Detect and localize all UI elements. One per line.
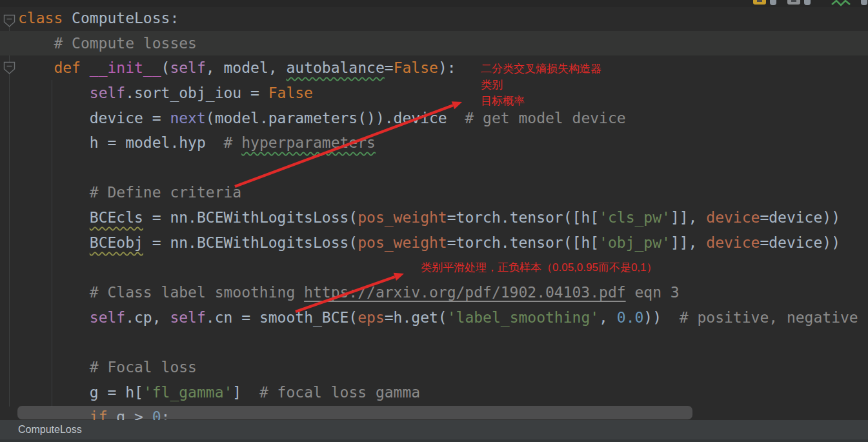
code-token: next [170,110,205,126]
code-line[interactable]: g = h['fl_gamma'] # focal loss gamma [0,380,868,405]
code-token: pos_weight [358,209,447,226]
code-token: eqn 3 [626,284,680,301]
annotation-line: 目标概率 [481,93,601,109]
code-token: ] [232,384,241,401]
code-token: =torch.tensor([h[ [447,234,599,251]
code-token [18,209,90,226]
code-token: # get model device [447,110,626,126]
code-token [18,59,54,76]
code-token: ]], [671,209,706,226]
typo-zigzag-icon[interactable] [831,0,852,6]
annotation-note-bce: 二分类交叉熵损失构造器类别目标概率 [481,61,601,109]
code-token: .cn = smooth_BCE( [206,309,358,326]
code-token: 0.0 [617,309,644,326]
code-token: # Compute losses [18,35,197,52]
code-token: def [54,59,89,76]
code-token [18,234,90,251]
code-token: h = model.hyp [18,134,206,151]
code-line[interactable]: # Compute losses [0,31,868,56]
code-token: =device)) [760,209,840,226]
warning-indicator-icon[interactable] [753,0,766,5]
code-token: class [18,10,63,26]
annotation-line: 类别 [481,77,601,93]
weak-warning-count [804,0,811,5]
code-token: # Focal loss [18,359,197,376]
code-token: ComputeLoss: [63,10,179,26]
code-token: 'obj_pw' [599,234,671,251]
code-token: )) [643,309,661,326]
code-token: =torch.tensor([h[ [447,209,599,226]
code-token: pos_weight [358,234,447,251]
code-token: device [706,209,760,226]
annotation-line: 二分类交叉熵损失构造器 [481,61,601,77]
code-token: 'fl_gamma' [143,384,232,401]
fold-collapse-icon[interactable] [3,14,15,28]
code-token: (model.parameters()).device [206,110,447,126]
top-edge-strip [0,0,868,7]
ide-editor: class ComputeLoss: # Compute losses def … [0,0,868,442]
code-line[interactable]: def __init__(self, model, autobalance=Fa… [0,55,868,81]
code-line[interactable]: # Focal loss [0,355,868,380]
code-line[interactable]: device = next(model.parameters()).device… [0,106,868,131]
code-token: # Class label smoothing [18,284,304,301]
code-line[interactable]: self.cp, self.cn = smooth_BCE(eps=h.get(… [0,305,868,330]
code-token: =h.get( [385,309,447,326]
code-token [18,85,90,101]
code-token: __init__ [90,59,161,76]
code-token: ): [438,59,456,76]
code-token: # Define criteria [18,184,241,201]
code-token: self [90,85,125,101]
code-line[interactable]: BCEobj = nn.BCEWithLogitsLoss(pos_weight… [0,230,868,256]
code-token: =device)) [760,234,840,251]
code-token: self [170,59,205,76]
code-token: BCEobj [90,234,143,251]
breadcrumbs-bar: ComputeLoss [0,420,868,439]
code-token: g = h[ [18,384,143,401]
code-token: autobalance [286,59,384,76]
code-line[interactable]: # Class label smoothing https://arxiv.or… [0,280,868,305]
code-token: ]], [671,234,706,251]
code-token: , [599,309,617,326]
code-token: .sort_obj_iou = [125,85,268,101]
code-token: 'label_smoothing' [447,309,599,326]
code-token: = nn.BCEWithLogitsLoss( [143,234,358,251]
code-token [18,309,90,326]
code-token: https://arxiv.org/pdf/1902.04103.pdf [304,284,626,301]
code-token: device = [18,110,170,126]
code-token: False [268,85,313,101]
weak-warning-icon [791,0,796,2]
code-token: = nn.BCEWithLogitsLoss( [143,209,358,226]
code-token: 'cls_pw' [599,209,671,226]
code-line[interactable]: class ComputeLoss: [0,6,868,31]
breadcrumb-item[interactable]: ComputeLoss [18,420,82,439]
code-area[interactable]: class ComputeLoss: # Compute losses def … [0,6,868,430]
code-token: # positive, negative [661,309,858,326]
code-token: BCEcls [90,209,143,226]
code-token: ( [161,59,170,76]
horizontal-scrollbar-thumb[interactable] [17,406,692,419]
code-token: self [90,309,125,326]
code-token: eps [358,309,385,326]
code-line[interactable]: h = model.hyp # hyperparameters [0,130,868,156]
code-token: = [385,59,394,76]
typo-count [861,0,867,5]
bottom-edge-strip [0,439,868,442]
code-token: , model, [206,59,287,76]
fold-collapse-icon[interactable] [3,61,15,75]
code-token: hyperparameters [241,134,376,151]
code-token: # [206,134,241,151]
code-token: False [394,59,438,76]
weak-warning-indicator-icon[interactable] [787,0,800,5]
code-token: # focal loss gamma [241,384,420,401]
code-line[interactable]: # Define criteria [0,180,868,205]
annotation-note-smoothing: 类别平滑处理，正负样本（0.05,0.95而不是0,1） [421,261,658,275]
code-token: .cp, [125,309,170,326]
code-line[interactable] [0,330,868,355]
code-token: device [706,234,760,251]
code-line[interactable]: self.sort_obj_iou = False [0,81,868,106]
code-token: self [170,309,205,326]
code-line[interactable] [0,156,868,181]
code-line[interactable]: BCEcls = nn.BCEWithLogitsLoss(pos_weight… [0,205,868,230]
warning-count [770,0,776,5]
warning-icon [757,0,762,2]
